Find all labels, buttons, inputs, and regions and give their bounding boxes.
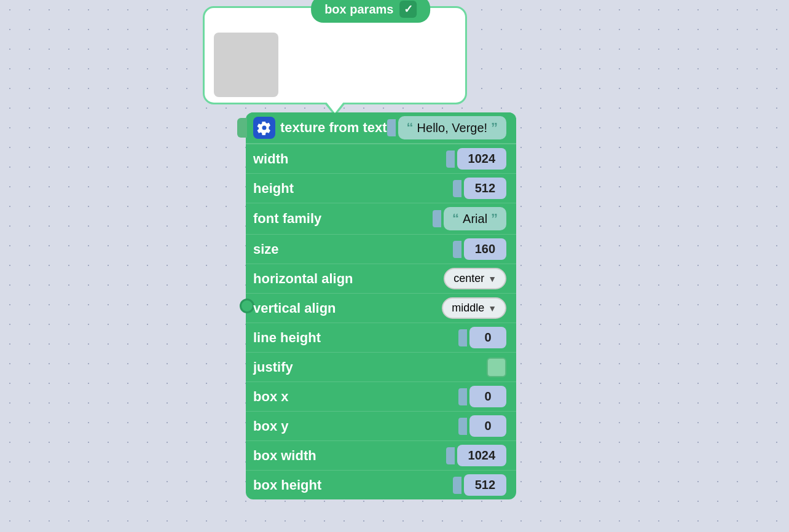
node-block: texture from text “ Hello, Verge! ” widt…	[246, 112, 516, 499]
row-box-width: box width 1024	[246, 440, 516, 470]
label-font-family: font family	[253, 211, 433, 227]
label-box-y: box y	[253, 418, 458, 434]
popup-box: box params ✓	[203, 6, 467, 104]
node-header-label: texture from text	[280, 120, 387, 136]
value-height[interactable]: 512	[464, 178, 506, 199]
value-box-width[interactable]: 1024	[457, 445, 507, 466]
value-box-x[interactable]: 0	[469, 386, 506, 407]
justify-checkbox[interactable]	[487, 358, 506, 377]
row-horizontal-align: horizontal align center ▼	[246, 264, 516, 293]
label-vertical-align: vertical align	[253, 300, 442, 316]
node-header-row: texture from text “ Hello, Verge! ”	[246, 112, 516, 144]
text-connector-nub	[387, 119, 396, 136]
dropdown-ha-arrow: ▼	[488, 274, 497, 284]
text-input-area: “ Hello, Verge! ”	[387, 116, 507, 139]
gear-icon	[253, 117, 275, 139]
row-vertical-align: vertical align middle ▼	[246, 293, 516, 323]
connector-box-height	[453, 477, 461, 494]
label-line-height: line height	[253, 330, 458, 346]
dropdown-horizontal-align[interactable]: center ▼	[444, 268, 506, 289]
label-box-x: box x	[253, 389, 458, 405]
box-params-button[interactable]: box params ✓	[311, 0, 430, 23]
label-justify: justify	[253, 359, 479, 375]
label-horizontal-align: horizontal align	[253, 271, 444, 287]
popup-container: box params ✓	[203, 6, 467, 104]
header-left-connector	[237, 118, 247, 138]
text-string-pill[interactable]: “ Hello, Verge! ”	[398, 116, 507, 139]
connector-line-height	[458, 329, 467, 346]
value-box-y[interactable]: 0	[469, 415, 506, 437]
font-family-value: Arial	[463, 212, 487, 226]
row-box-x: box x 0	[246, 381, 516, 411]
dropdown-va-arrow: ▼	[488, 303, 497, 313]
label-box-height: box height	[253, 477, 453, 493]
font-right-quote: ”	[491, 211, 498, 227]
row-width: width 1024	[246, 144, 516, 173]
dropdown-ha-value: center	[453, 272, 484, 285]
dropdown-va-value: middle	[452, 302, 484, 315]
value-font-family[interactable]: “ Arial ”	[444, 207, 506, 230]
right-quote-icon: ”	[491, 120, 498, 136]
left-quote-icon: “	[407, 120, 414, 136]
row-font-family: font family “ Arial ”	[246, 203, 516, 234]
connector-font-family	[433, 210, 441, 227]
value-line-height[interactable]: 0	[469, 327, 506, 348]
connector-box-y	[458, 418, 467, 435]
text-string-value: Hello, Verge!	[417, 121, 488, 135]
row-size: size 160	[246, 234, 516, 264]
value-box-height[interactable]: 512	[464, 474, 506, 496]
label-width: width	[253, 151, 446, 167]
font-left-quote: “	[452, 211, 459, 227]
value-size[interactable]: 160	[464, 238, 506, 260]
row-line-height: line height 0	[246, 323, 516, 352]
row-justify: justify	[246, 352, 516, 381]
connector-box-width	[446, 447, 455, 464]
popup-preview	[214, 33, 278, 97]
value-width[interactable]: 1024	[457, 148, 507, 170]
connector-height	[453, 180, 461, 197]
check-icon: ✓	[399, 1, 417, 18]
row-box-height: box height 512	[246, 470, 516, 499]
popup-title-label: box params	[324, 2, 393, 17]
label-size: size	[253, 241, 453, 257]
connector-size	[453, 241, 461, 258]
row-box-y: box y 0	[246, 411, 516, 440]
row-height: height 512	[246, 173, 516, 203]
connector-box-x	[458, 388, 467, 405]
connector-width	[446, 151, 455, 168]
label-box-width: box width	[253, 448, 446, 464]
label-height: height	[253, 181, 453, 197]
dropdown-vertical-align[interactable]: middle ▼	[442, 297, 506, 319]
